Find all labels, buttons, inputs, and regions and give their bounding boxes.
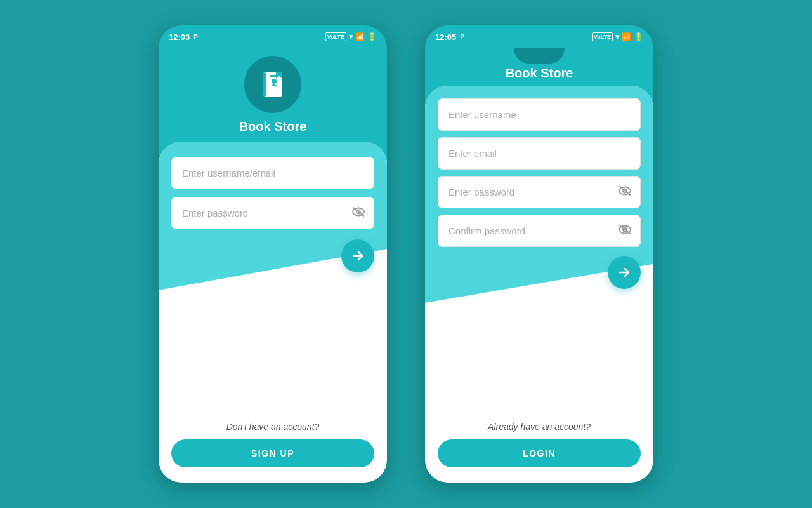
login-submit-button[interactable] bbox=[341, 239, 374, 272]
wifi-icon-signup: ▾ bbox=[615, 32, 619, 41]
signup-submit-button[interactable] bbox=[608, 256, 641, 289]
app-title-login: Book Store bbox=[239, 119, 307, 134]
signup-phone: 12:05 P VoLTE ▾ 📶 🔋 Book Store bbox=[425, 25, 653, 483]
email-wrapper-signup bbox=[438, 137, 641, 170]
login-card-content bbox=[159, 142, 387, 285]
status-left-signup: 12:05 P bbox=[435, 32, 464, 42]
logo-area-login: Book Store bbox=[159, 46, 387, 142]
svg-rect-1 bbox=[263, 72, 266, 97]
status-right-login: VoLTE ▾ 📶 🔋 bbox=[325, 32, 377, 41]
status-bar-signup: 12:05 P VoLTE ▾ 📶 🔋 bbox=[425, 25, 653, 46]
password-input-login[interactable] bbox=[171, 197, 374, 229]
signal-icon-signup: 📶 bbox=[622, 32, 631, 41]
username-wrapper-signup bbox=[438, 98, 641, 131]
confirm-password-wrapper-signup bbox=[438, 215, 641, 247]
signal-icon-login: 📶 bbox=[355, 32, 365, 41]
top-notch-semi bbox=[514, 48, 565, 64]
battery-icon-signup: 🔋 bbox=[634, 32, 643, 41]
app-title-signup: Book Store bbox=[506, 66, 573, 80]
eye-toggle-login[interactable] bbox=[351, 206, 365, 220]
username-input-login[interactable] bbox=[171, 157, 374, 189]
password-wrapper-login bbox=[171, 197, 374, 229]
parental-icon-login: P bbox=[193, 34, 198, 41]
status-left-login: 12:03 P bbox=[169, 32, 198, 42]
login-phone: 12:03 P VoLTE ▾ 📶 🔋 Book Store bbox=[159, 25, 387, 483]
signup-card: Already have an account? LOGIN bbox=[425, 86, 653, 483]
status-right-signup: VoLTE ▾ 📶 🔋 bbox=[592, 32, 643, 41]
login-bottom-text: Don't have an account? bbox=[226, 422, 320, 432]
arrow-right-icon-signup bbox=[617, 265, 632, 280]
wifi-icon-login: ▾ bbox=[349, 32, 353, 41]
book-icon-login bbox=[257, 69, 289, 100]
email-input-signup[interactable] bbox=[438, 137, 641, 170]
status-time-login: 12:03 bbox=[169, 32, 190, 42]
eye-toggle-password-signup[interactable] bbox=[618, 185, 632, 199]
eye-toggle-confirm-signup[interactable] bbox=[618, 224, 632, 238]
login-button[interactable]: LOGIN bbox=[438, 439, 641, 467]
login-card-bottom: Don't have an account? SIGN UP bbox=[159, 409, 387, 483]
password-input-signup[interactable] bbox=[438, 176, 641, 208]
status-time-signup: 12:05 bbox=[435, 32, 456, 42]
password-wrapper-signup bbox=[438, 176, 641, 208]
signup-card-content bbox=[425, 86, 653, 299]
volte-icon-login: VoLTE bbox=[325, 32, 346, 41]
volte-icon-signup: VoLTE bbox=[592, 32, 613, 41]
parental-icon-signup: P bbox=[460, 34, 464, 41]
signup-title-area: Book Store bbox=[425, 64, 653, 86]
top-notch-area bbox=[425, 48, 653, 64]
username-input-signup[interactable] bbox=[438, 98, 641, 131]
signup-button[interactable]: SIGN UP bbox=[171, 439, 374, 467]
signup-bottom-text: Already have an account? bbox=[488, 422, 591, 432]
signup-card-bottom: Already have an account? LOGIN bbox=[425, 409, 653, 483]
battery-icon-login: 🔋 bbox=[367, 32, 377, 41]
status-bar-login: 12:03 P VoLTE ▾ 📶 🔋 bbox=[159, 25, 387, 46]
login-card: Don't have an account? SIGN UP bbox=[159, 142, 387, 483]
logo-circle-login bbox=[244, 56, 301, 113]
confirm-password-input-signup[interactable] bbox=[438, 215, 641, 247]
username-wrapper-login bbox=[171, 157, 374, 189]
svg-point-3 bbox=[272, 79, 277, 84]
arrow-right-icon-login bbox=[350, 248, 365, 264]
